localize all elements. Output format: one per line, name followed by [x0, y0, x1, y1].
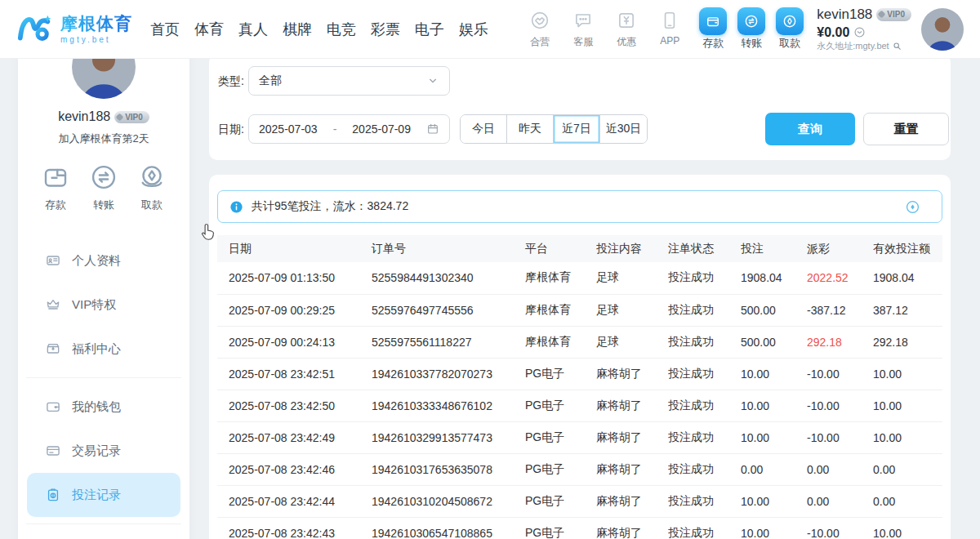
nav-chess[interactable]: 棋牌: [283, 20, 312, 39]
nav-live[interactable]: 真人: [238, 20, 268, 39]
util-partner[interactable]: 合营: [523, 10, 556, 49]
col-0: 日期: [217, 235, 372, 262]
sidebar-item-transactions[interactable]: 交易记录: [27, 429, 180, 473]
expand-circle-icon[interactable]: [905, 199, 920, 215]
cell-bet: 10.00: [741, 517, 807, 539]
range-近30日-button[interactable]: 近30日: [600, 115, 647, 143]
table-row: 2025-07-08 23:42:501942610333348676102PG…: [217, 390, 942, 421]
sidebar-item-welfare[interactable]: 福利中心: [27, 327, 180, 371]
col-2: 平台: [525, 235, 596, 262]
wallet-fill-icon: [699, 7, 727, 35]
cell-bet: 10.00: [741, 421, 807, 453]
date-end: 2025-07-09: [352, 122, 411, 136]
withdraw-line-icon: [137, 163, 167, 192]
cell-order: 1942610329913577473: [372, 421, 525, 453]
cell-platform: 摩根体育: [525, 262, 596, 294]
menu-divider: [26, 377, 181, 378]
cell-valid: 1908.04: [873, 262, 942, 294]
nav-slots[interactable]: 电子: [415, 20, 444, 39]
cell-platform: 摩根体育: [525, 326, 596, 358]
magnifier-icon[interactable]: [892, 41, 902, 51]
col-5: 投注: [741, 235, 807, 262]
cell-date: 2025-07-08 23:42:50: [217, 390, 372, 421]
cell-status: 投注成功: [668, 390, 741, 421]
filter-panel: 类型: 全部 日期: 2025-07-03 - 2025-07-09 今日昨天近…: [209, 54, 951, 160]
cell-payout: 292.18: [807, 326, 873, 358]
table-row: 2025-07-08 23:42:441942610310204508672PG…: [217, 485, 942, 517]
sidebar-item-profile[interactable]: 个人资料: [27, 238, 180, 283]
cell-content: 麻将胡了: [596, 485, 668, 517]
cell-status: 投注成功: [668, 453, 741, 485]
cell-status: 投注成功: [668, 517, 741, 539]
sidebar-item-wallet[interactable]: 我的钱包: [27, 385, 180, 429]
nav-home[interactable]: 首页: [150, 20, 180, 39]
util-label: 合营: [523, 35, 556, 49]
cell-payout: -10.00: [807, 358, 873, 390]
search-button[interactable]: 查询: [765, 113, 855, 145]
cell-date: 2025-07-08 23:42:43: [217, 517, 372, 539]
type-select[interactable]: 全部: [248, 66, 450, 96]
sidebar-item-label: 福利中心: [72, 341, 121, 357]
logo-domain: mgty.bet: [60, 35, 132, 44]
cell-content: 麻将胡了: [596, 390, 668, 421]
header-withdraw-button[interactable]: 取款: [776, 7, 804, 51]
logo-icon: [16, 11, 54, 48]
util-discount[interactable]: 优惠: [610, 10, 643, 49]
sidebar-item-prize-records[interactable]: 兑奖记录: [27, 531, 180, 539]
cell-payout: 0.00: [807, 453, 873, 485]
table-body: 2025-07-09 01:13:505255984491302340摩根体育足…: [217, 262, 942, 539]
sidebar-item-bet-records[interactable]: 投注记录: [27, 473, 180, 517]
balance-dropdown-icon[interactable]: [853, 26, 866, 38]
reset-button[interactable]: 重置: [863, 113, 949, 145]
sidebar-transfer-button[interactable]: 转账: [89, 163, 118, 212]
date-start: 2025-07-03: [259, 122, 318, 136]
nav-sports[interactable]: 体育: [194, 20, 224, 39]
cell-status: 投注成功: [668, 262, 741, 294]
cell-status: 投注成功: [668, 326, 741, 358]
permanent-address: 永久地址:mgty.bet: [817, 41, 889, 51]
cell-platform: PG电子: [525, 421, 596, 453]
cell-payout: -10.00: [807, 390, 873, 421]
sidebar-withdraw-button[interactable]: 取款: [137, 163, 167, 212]
cell-date: 2025-07-09 00:29:25: [217, 294, 372, 326]
table-row: 2025-07-09 00:24:135255975561118227摩根体育足…: [217, 326, 942, 358]
col-6: 派彩: [807, 235, 873, 262]
avatar[interactable]: [921, 8, 964, 51]
cell-valid: 10.00: [873, 421, 942, 453]
cell-bet: 10.00: [741, 358, 807, 390]
cell-bet: 500.00: [741, 294, 807, 326]
range-今日-button[interactable]: 今日: [461, 115, 507, 143]
util-label: 优惠: [610, 35, 643, 49]
range-昨天-button[interactable]: 昨天: [507, 115, 554, 143]
bet-records-table: 日期订单号平台投注内容注单状态投注派彩有效投注额 2025-07-09 01:1…: [217, 235, 942, 539]
table-header: 日期订单号平台投注内容注单状态投注派彩有效投注额: [217, 235, 942, 262]
crown-icon: [45, 296, 61, 313]
header-deposit-button[interactable]: 存款: [699, 7, 727, 51]
sidebar-deposit-button[interactable]: 存款: [41, 163, 70, 212]
cell-valid: 10.00: [873, 517, 942, 539]
cell-order: 5255984491302340: [372, 262, 525, 294]
util-app[interactable]: APP: [653, 10, 686, 49]
date-range-picker[interactable]: 2025-07-03 - 2025-07-09: [248, 114, 450, 144]
site-logo[interactable]: 摩根体育 mgty.bet: [16, 11, 132, 48]
top-bar: 摩根体育 mgty.bet 首页体育真人棋牌电竞彩票电子娱乐 合营客服优惠APP…: [0, 0, 980, 59]
header-transfer-button[interactable]: 转账: [737, 7, 765, 51]
joined-days-text: 加入摩根体育第2天: [18, 131, 189, 146]
cell-order: 1942610306547108865: [372, 517, 525, 539]
nav-lottery[interactable]: 彩票: [371, 20, 400, 39]
col-7: 有效投注额: [873, 235, 942, 262]
chest-icon: [45, 341, 61, 357]
range-近7日-button[interactable]: 近7日: [554, 115, 600, 143]
cell-bet: 1908.04: [741, 262, 807, 294]
type-label: 类型:: [218, 74, 244, 89]
nav-esports[interactable]: 电竞: [327, 20, 356, 39]
type-select-value: 全部: [259, 74, 282, 88]
util-service[interactable]: 客服: [567, 10, 599, 49]
cell-content: 足球: [596, 262, 668, 294]
sidebar-item-vip[interactable]: VIP特权: [27, 283, 180, 327]
quick-action-label: 转账: [741, 37, 762, 49]
cell-content: 麻将胡了: [596, 421, 668, 453]
cell-order: 1942610333348676102: [372, 390, 525, 421]
nav-entertain[interactable]: 娱乐: [459, 20, 488, 39]
cell-platform: PG电子: [525, 358, 596, 390]
